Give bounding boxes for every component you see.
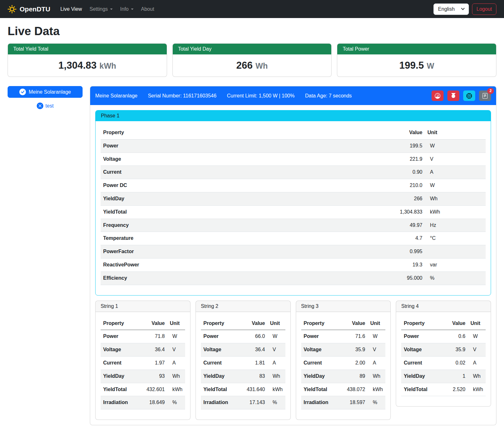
table-row: Efficiency95.000%	[101, 271, 486, 285]
value-cell: 1.97	[140, 356, 167, 370]
value-cell: 2.00	[340, 356, 368, 370]
app-brand[interactable]: OpenDTU	[8, 5, 50, 14]
unit-cell: %	[268, 396, 285, 409]
limit-settings-button[interactable]	[432, 90, 444, 101]
power-icon	[451, 93, 456, 99]
table-row: Frequency49.97Hz	[101, 219, 486, 232]
property-cell: Power	[101, 139, 387, 153]
journal-text-icon	[482, 93, 488, 99]
check-circle-icon	[19, 89, 26, 95]
property-cell: YieldDay	[301, 370, 341, 383]
table-row: Voltage36.4V	[101, 343, 185, 357]
value-cell: 71.8	[140, 330, 167, 343]
unit-cell: V	[167, 343, 185, 357]
table-row: YieldDay266Wh	[101, 192, 486, 205]
unit-cell: kWh	[268, 383, 285, 396]
string-card-title: String 4	[396, 301, 491, 312]
value-cell: 17.143	[240, 396, 268, 409]
column-value: Value	[387, 126, 425, 139]
string-1-card: String 1 Property Value Unit	[95, 301, 190, 420]
string-table: Property Value Unit Power71.8WVoltage36.…	[101, 317, 185, 410]
column-value: Value	[340, 317, 368, 330]
value-cell: 266	[387, 192, 425, 205]
card-value: 266	[236, 60, 253, 71]
nav-item-settings[interactable]: Settings	[86, 4, 116, 15]
x-circle-icon	[37, 103, 43, 109]
property-cell: YieldTotal	[101, 383, 140, 396]
device-info-button[interactable]	[463, 90, 475, 101]
navbar-right: English Logout	[433, 3, 496, 15]
property-cell: Power DC	[101, 179, 387, 192]
string-4-card: String 4 Property Value Unit	[396, 301, 491, 407]
event-log-button[interactable]: 2	[479, 90, 491, 101]
table-row: ReactivePower19.3var	[101, 258, 486, 271]
value-cell: 35.9	[340, 343, 368, 357]
unit-cell: A	[268, 356, 285, 370]
value-cell: 71.6	[340, 330, 368, 343]
property-cell: Current	[101, 166, 387, 179]
property-cell: Voltage	[301, 343, 341, 357]
nav-item-info[interactable]: Info	[116, 4, 137, 15]
nav-links: Live View Settings Info About	[57, 4, 158, 15]
table-header-row: Property Value Unit	[101, 317, 185, 330]
nav-item-label: About	[141, 6, 154, 12]
phase-1-panel: Phase 1 Property Value Unit Power199.5WV…	[95, 110, 491, 296]
property-cell: Power	[401, 330, 441, 343]
logout-button[interactable]: Logout	[472, 3, 496, 15]
phase-table: Property Value Unit Power199.5WVoltage22…	[101, 126, 486, 285]
property-cell: Voltage	[101, 343, 140, 357]
string-card-title: String 2	[196, 301, 290, 312]
value-cell: 83	[240, 370, 268, 383]
card-title: Total Yield Day	[173, 44, 332, 54]
unit-cell: V	[468, 343, 486, 357]
property-cell: YieldTotal	[201, 383, 240, 396]
chevron-down-icon	[110, 9, 113, 10]
total-yield-day-card: Total Yield Day 266Wh	[172, 43, 332, 77]
value-cell: 18.649	[140, 396, 167, 409]
column-value: Value	[140, 317, 167, 330]
language-select[interactable]: English	[433, 3, 469, 15]
total-yield-total-card: Total Yield Total 1,304.83kWh	[8, 43, 167, 77]
value-cell: 0.995	[387, 245, 425, 259]
nav-item-label: Info	[120, 6, 129, 12]
unit-cell: kWh	[368, 383, 385, 396]
chevron-down-icon	[131, 9, 134, 10]
table-row: Irradiation18.597%	[301, 396, 386, 409]
value-cell: 35.9	[441, 343, 468, 357]
inverter-card-header: Meine Solaranlage Serial Number: 1161716…	[90, 86, 496, 105]
inverter-item-test[interactable]: test	[8, 103, 83, 109]
property-cell: Temperature	[101, 232, 387, 245]
inverter-select-button[interactable]: Meine Solaranlage	[8, 86, 83, 98]
power-toggle-button[interactable]	[447, 90, 459, 101]
table-row: Power199.5W	[101, 139, 486, 153]
nav-item-live-view[interactable]: Live View	[57, 4, 86, 15]
property-cell: YieldTotal	[101, 205, 387, 219]
nav-item-about[interactable]: About	[137, 4, 158, 15]
table-row: YieldDay89Wh	[301, 370, 386, 383]
column-unit: Unit	[167, 317, 185, 330]
value-cell: 1.81	[240, 356, 268, 370]
column-unit: Unit	[368, 317, 385, 330]
unit-cell: A	[425, 166, 486, 179]
property-cell: Power	[101, 330, 140, 343]
unit-cell: %	[167, 396, 185, 409]
property-cell: YieldDay	[101, 370, 140, 383]
unit-cell: %	[368, 396, 385, 409]
value-cell: 36.4	[240, 343, 268, 357]
value-cell: 0.6	[441, 330, 468, 343]
chevron-down-icon	[461, 6, 464, 10]
unit-cell: V	[268, 343, 285, 357]
column-unit: Unit	[268, 317, 285, 330]
column-property: Property	[401, 317, 441, 330]
unit-cell: W	[268, 330, 285, 343]
unit-cell: W	[368, 330, 385, 343]
unit-cell: Wh	[268, 370, 285, 383]
card-title: Total Yield Total	[8, 44, 167, 54]
table-row: Current0.90A	[101, 166, 486, 179]
value-cell: 221.9	[387, 153, 425, 166]
string-2-card: String 2 Property Value Unit	[196, 301, 291, 420]
property-cell: Current	[201, 356, 240, 370]
unit-cell: var	[425, 258, 486, 271]
value-cell: 438.072	[340, 383, 368, 396]
value-cell: 1,304.833	[387, 205, 425, 219]
